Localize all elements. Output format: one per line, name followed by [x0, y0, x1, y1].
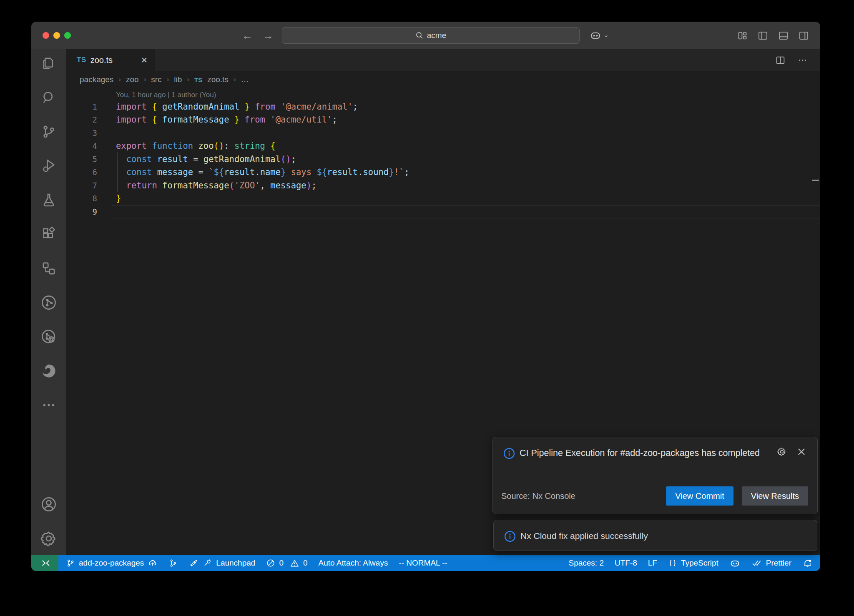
chevron-right-icon: › — [144, 75, 146, 84]
notification-settings-gear-icon[interactable] — [776, 446, 787, 457]
source-control-icon[interactable] — [39, 122, 59, 142]
activity-bar — [31, 49, 66, 555]
git-branch-icon — [66, 558, 75, 568]
language-mode-status[interactable]: TypeScript — [663, 555, 724, 571]
tab-zoo-ts[interactable]: TS zoo.ts ✕ — [66, 49, 155, 71]
explorer-icon[interactable] — [39, 53, 59, 73]
breadcrumb-item-file[interactable]: zoo.ts — [207, 75, 229, 84]
problems-status[interactable]: 0 0 — [261, 555, 313, 571]
chevron-right-icon: › — [187, 75, 189, 84]
toggle-primary-sidebar-icon[interactable] — [757, 30, 769, 41]
breadcrumb: packages › zoo › src › lib › TS zoo.ts ›… — [66, 71, 820, 88]
git-branch-status[interactable]: add-zoo-packages — [58, 555, 163, 571]
line-number: 3 — [66, 128, 97, 138]
publish-cloud-icon — [148, 558, 158, 568]
search-view-icon[interactable] — [39, 88, 59, 108]
nx-console-icon[interactable] — [39, 293, 59, 313]
double-check-icon — [751, 558, 762, 568]
view-commit-button[interactable]: View Commit — [666, 486, 733, 506]
breadcrumb-item-packages[interactable]: packages — [80, 75, 113, 84]
close-window-button[interactable] — [43, 32, 49, 39]
typescript-file-icon: TS — [194, 76, 202, 83]
split-editor-icon[interactable] — [775, 55, 786, 65]
braces-icon — [668, 558, 677, 568]
notification-message: Nx Cloud fix applied successfully — [520, 520, 648, 551]
project-graph-icon[interactable] — [39, 258, 59, 278]
code-line[interactable]: 8} — [66, 192, 820, 205]
launchpad-status[interactable]: Launchpad — [183, 555, 261, 571]
toggle-panel-icon[interactable] — [778, 30, 789, 41]
source-control-graph-status[interactable] — [163, 555, 183, 571]
line-number: 7 — [66, 181, 97, 190]
indentation-status[interactable]: Spaces: 2 — [563, 555, 609, 571]
breadcrumb-item-symbol[interactable]: … — [241, 75, 249, 84]
accounts-icon[interactable] — [39, 494, 59, 514]
zoom-window-button[interactable] — [64, 32, 71, 39]
code-line[interactable]: 7 return formatMessage('ZOO', message); — [66, 179, 820, 192]
current-line-highlight — [111, 205, 820, 218]
run-debug-icon[interactable] — [39, 156, 59, 176]
notification-message: CI Pipeline Execution for #add-zoo-packa… — [520, 444, 761, 462]
settings-gear-icon[interactable] — [39, 528, 59, 548]
code-line[interactable]: 9 — [66, 205, 820, 218]
vim-mode-status[interactable]: -- NORMAL -- — [393, 555, 452, 571]
plug-icon — [202, 558, 212, 568]
view-results-button[interactable]: View Results — [742, 486, 808, 506]
copilot-status[interactable] — [724, 555, 746, 571]
forward-icon[interactable]: → — [263, 30, 274, 41]
breadcrumb-item-src[interactable]: src — [151, 75, 161, 84]
more-actions-icon[interactable] — [797, 55, 808, 65]
code-line[interactable]: 3 — [66, 126, 820, 140]
typescript-file-icon: TS — [77, 56, 86, 64]
code-lines: 1import { getRandomAnimal } from '@acme/… — [66, 100, 820, 218]
info-icon — [504, 530, 516, 543]
eol-status[interactable]: LF — [643, 555, 663, 571]
line-number: 8 — [66, 194, 97, 203]
notification-source: Source: Nx Console — [501, 491, 575, 501]
eol-label: LF — [648, 558, 657, 568]
error-count: 0 — [279, 558, 284, 568]
prettier-status[interactable]: Prettier — [746, 555, 797, 571]
info-icon — [503, 447, 515, 460]
back-icon[interactable]: ← — [242, 30, 253, 41]
copilot-menu[interactable]: ⌄ — [589, 22, 609, 49]
remote-indicator[interactable] — [31, 555, 58, 571]
code-line[interactable]: 5 const result = getRandomAnimal(); — [66, 153, 820, 166]
nx-cloud-icon[interactable] — [39, 327, 59, 347]
code-line[interactable]: 2import { formatMessage } from '@acme/ut… — [66, 113, 820, 127]
remote-icon — [40, 558, 50, 568]
notifications-bell[interactable] — [797, 555, 820, 571]
minimize-window-button[interactable] — [53, 32, 60, 39]
title-bar: ← → acme ⌄ — [31, 22, 820, 49]
auto-attach-label: Auto Attach: Always — [319, 558, 388, 568]
vim-mode-label: -- NORMAL -- — [399, 558, 447, 568]
command-center-search[interactable]: acme — [282, 27, 580, 44]
code-line[interactable]: 4export function zoo(): string { — [66, 140, 820, 153]
more-views-icon[interactable] — [39, 395, 59, 415]
edge-browser-icon[interactable] — [39, 361, 59, 381]
line-number: 9 — [66, 207, 97, 216]
breadcrumb-item-zoo[interactable]: zoo — [126, 75, 139, 84]
chevron-down-icon: ⌄ — [603, 31, 609, 39]
close-tab-icon[interactable]: ✕ — [141, 55, 148, 65]
warnings-icon — [290, 558, 299, 568]
warning-count: 0 — [303, 558, 308, 568]
rocket-icon — [188, 558, 198, 568]
code-line[interactable]: 6 const message = `${result.name} says $… — [66, 166, 820, 179]
chevron-right-icon: › — [118, 75, 121, 84]
notification-close-icon[interactable] — [796, 447, 806, 457]
line-number: 5 — [66, 155, 97, 164]
tab-bar: TS zoo.ts ✕ — [66, 49, 820, 71]
errors-icon — [266, 558, 275, 568]
customize-layout-icon[interactable] — [737, 30, 748, 41]
testing-icon[interactable] — [39, 190, 59, 210]
breadcrumb-item-lib[interactable]: lib — [174, 75, 182, 84]
prettier-label: Prettier — [766, 558, 791, 568]
auto-attach-status[interactable]: Auto Attach: Always — [313, 555, 394, 571]
bell-dot-icon — [802, 558, 813, 568]
code-line[interactable]: 1import { getRandomAnimal } from '@acme/… — [66, 100, 820, 113]
notification-ci-pipeline: CI Pipeline Execution for #add-zoo-packa… — [492, 437, 818, 514]
toggle-secondary-sidebar-icon[interactable] — [798, 30, 809, 41]
extensions-icon[interactable] — [39, 224, 59, 244]
encoding-status[interactable]: UTF-8 — [609, 555, 643, 571]
